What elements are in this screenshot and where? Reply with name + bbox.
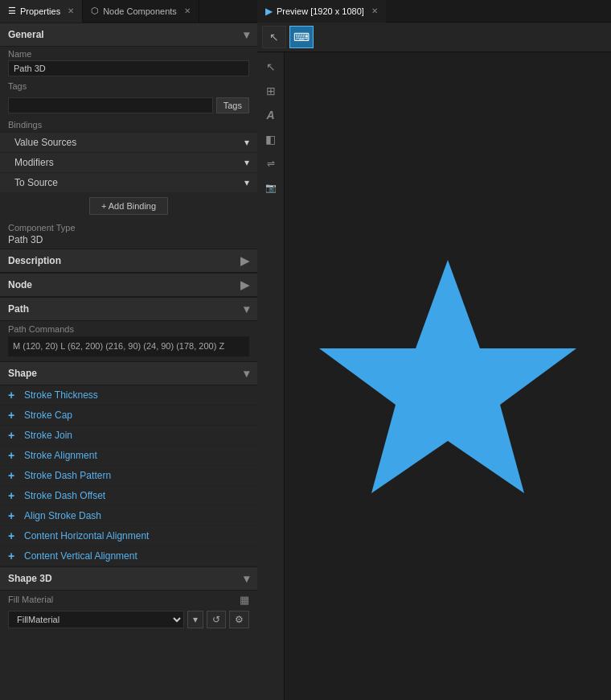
left-panel: ☰ Properties ✕ ⬡ Node Components ✕ Gener… <box>0 0 257 700</box>
shape-item-5[interactable]: +Stroke Dash Offset <box>0 486 257 506</box>
shape-chevron-icon: ▾ <box>244 367 249 380</box>
tags-input[interactable] <box>8 97 213 113</box>
name-input[interactable] <box>8 60 249 76</box>
description-section-header[interactable]: Description ▶ <box>0 249 257 273</box>
shape-item-label-7: Content Horizontal Alignment <box>24 530 149 541</box>
modifiers-chevron-icon: ▾ <box>244 157 249 168</box>
layers-tool-btn[interactable]: ◧ <box>260 128 282 150</box>
shape-item-label-6: Align Stroke Dash <box>24 510 101 521</box>
shape-item-4[interactable]: +Stroke Dash Pattern <box>0 466 257 486</box>
star-svg <box>311 244 584 509</box>
bindings-label: Bindings <box>0 116 257 132</box>
shape-item-label-0: Stroke Thickness <box>24 389 98 401</box>
path-chevron-icon: ▾ <box>244 303 249 315</box>
cursor-tool-btn[interactable]: ↖ <box>260 56 282 78</box>
shape3d-chevron-icon: ▾ <box>244 572 249 585</box>
preview-play-icon: ▶ <box>265 6 273 17</box>
fill-material-label: Fill Material <box>8 595 53 604</box>
tab-properties[interactable]: ☰ Properties ✕ <box>0 0 83 23</box>
fill-action-arrow-btn[interactable]: ▾ <box>187 611 203 628</box>
path-section-header[interactable]: Path ▾ <box>0 297 257 321</box>
path-section-label: Path <box>8 303 29 315</box>
component-type-section: Component Type Path 3D <box>0 220 257 249</box>
name-label: Name <box>8 49 249 59</box>
preview-area: ↖ ⊞ A ◧ ⇌ 📷 <box>257 52 611 700</box>
tags-button[interactable]: Tags <box>216 97 249 113</box>
add-binding-button[interactable]: + Add Binding <box>89 197 168 215</box>
node-section-label: Node <box>8 279 32 290</box>
shape-item-0[interactable]: +Stroke Thickness <box>0 385 257 406</box>
plus-icon-4: + <box>8 469 19 482</box>
right-panel: ▶ Preview [1920 x 1080] ✕ ↖ ⌨ ↖ ⊞ A ◧ ⇌ … <box>257 0 611 700</box>
keyboard-tool-btn[interactable]: ⌨ <box>289 26 314 48</box>
fill-action-settings-btn[interactable]: ⚙ <box>229 611 249 628</box>
shape-item-7[interactable]: +Content Horizontal Alignment <box>0 526 257 546</box>
description-section-label: Description <box>8 255 61 266</box>
shape3d-section-header[interactable]: Shape 3D ▾ <box>0 566 257 591</box>
tab-properties-label: Properties <box>20 6 60 16</box>
node-chevron-icon: ▶ <box>240 278 249 291</box>
general-section-header[interactable]: General ▾ <box>0 23 257 47</box>
to-source-label: To Source <box>14 177 58 188</box>
camera-tool-btn[interactable]: 📷 <box>260 176 282 199</box>
component-type-label: Component Type <box>8 223 249 233</box>
tags-row: Tags <box>0 95 257 116</box>
plus-icon-3: + <box>8 449 19 462</box>
fill-select-actions: ▾ ↺ ⚙ <box>187 611 249 628</box>
right-toolbar: ↖ ⌨ <box>257 23 611 52</box>
left-tab-bar: ☰ Properties ✕ ⬡ Node Components ✕ <box>0 0 257 23</box>
star-shape <box>319 260 576 493</box>
tab-node-components-close[interactable]: ✕ <box>184 6 191 15</box>
description-chevron-icon: ▶ <box>240 254 249 267</box>
select-tool-btn[interactable]: ↖ <box>262 26 286 48</box>
share-tool-btn[interactable]: ⇌ <box>260 152 282 175</box>
tab-node-components[interactable]: ⬡ Node Components ✕ <box>83 0 199 23</box>
shape-item-1[interactable]: +Stroke Cap <box>0 406 257 426</box>
node-section-header[interactable]: Node ▶ <box>0 273 257 297</box>
node-components-icon: ⬡ <box>91 6 99 16</box>
path-commands-section: Path Commands M (120, 20) L (62, 200) (2… <box>0 321 257 361</box>
panel-scroll[interactable]: General ▾ Name Tags Tags Bindings Value … <box>0 23 257 700</box>
plus-icon-1: + <box>8 409 19 422</box>
tags-label: Tags <box>8 81 249 91</box>
shape-item-label-8: Content Vertical Alignment <box>24 550 137 562</box>
preview-tab-bar: ▶ Preview [1920 x 1080] ✕ <box>257 0 611 23</box>
grid-tool-btn[interactable]: ⊞ <box>260 80 282 102</box>
tab-properties-close[interactable]: ✕ <box>68 6 74 15</box>
modifiers-header[interactable]: Modifiers ▾ <box>0 152 257 172</box>
properties-icon: ☰ <box>8 6 16 16</box>
shape-item-label-4: Stroke Dash Pattern <box>24 470 111 481</box>
plus-icon-8: + <box>8 550 19 562</box>
value-sources-header[interactable]: Value Sources ▾ <box>0 132 257 152</box>
shape-item-6[interactable]: +Align Stroke Dash <box>0 506 257 526</box>
shape-item-label-1: Stroke Cap <box>24 410 72 421</box>
plus-icon-5: + <box>8 489 19 502</box>
name-field-row: Name <box>0 47 257 79</box>
to-source-chevron-icon: ▾ <box>244 177 249 188</box>
add-binding-row: + Add Binding <box>0 192 257 220</box>
fill-action-reset-btn[interactable]: ↺ <box>207 611 226 628</box>
tab-preview[interactable]: ▶ Preview [1920 x 1080] ✕ <box>257 0 386 23</box>
shape-item-label-5: Stroke Dash Offset <box>24 490 105 501</box>
tab-preview-close[interactable]: ✕ <box>371 6 378 15</box>
general-chevron-icon: ▾ <box>244 28 249 41</box>
path-commands-label: Path Commands <box>8 324 249 334</box>
fill-material-select[interactable]: FillMaterial <box>8 611 184 628</box>
shape-section-header[interactable]: Shape ▾ <box>0 361 257 385</box>
tab-node-components-label: Node Components <box>103 6 177 16</box>
fill-material-row: Fill Material ▦ <box>0 591 257 609</box>
general-section-label: General <box>8 29 44 40</box>
plus-icon-2: + <box>8 429 19 442</box>
shape-item-8[interactable]: +Content Vertical Alignment <box>0 546 257 566</box>
to-source-header[interactable]: To Source ▾ <box>0 172 257 192</box>
shape-item-3[interactable]: +Stroke Alignment <box>0 446 257 466</box>
plus-icon-6: + <box>8 509 19 522</box>
shape3d-section-label: Shape 3D <box>8 573 52 584</box>
fill-material-select-row: FillMaterial ▾ ↺ ⚙ <box>0 609 257 633</box>
value-sources-label: Value Sources <box>14 137 76 148</box>
plus-icon-0: + <box>8 389 19 401</box>
shape-item-2[interactable]: +Stroke Join <box>0 426 257 446</box>
text-tool-btn[interactable]: A <box>260 104 282 126</box>
tab-preview-label: Preview [1920 x 1080] <box>277 6 364 16</box>
fill-material-icon: ▦ <box>240 594 249 606</box>
